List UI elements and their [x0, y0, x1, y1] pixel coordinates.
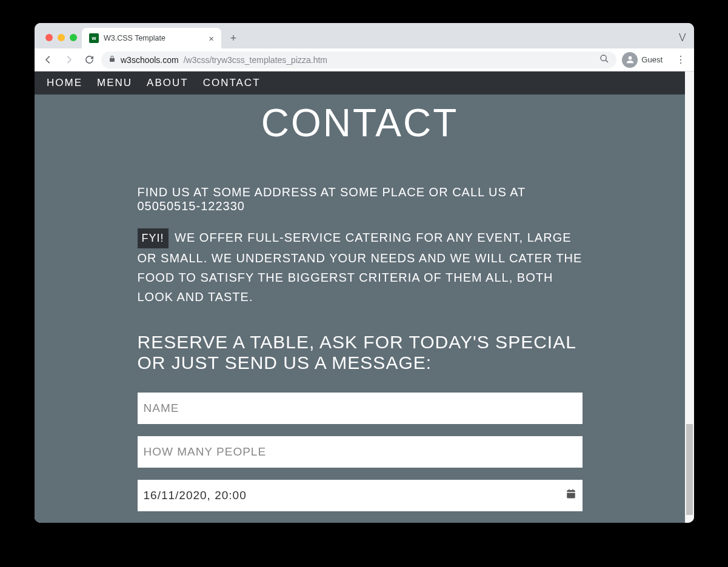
vertical-scrollbar[interactable]	[685, 71, 694, 523]
new-tab-button[interactable]: +	[225, 30, 242, 47]
tab-title: W3.CSS Template	[104, 34, 165, 42]
datetime-input[interactable]: 16/11/2020, 20:00	[138, 480, 583, 511]
browser-window: w W3.CSS Template × + ⋁ w3schools.com/w3…	[35, 23, 694, 523]
reload-button[interactable]	[81, 51, 98, 68]
close-tab-button[interactable]: ×	[209, 33, 214, 44]
nav-contact[interactable]: CONTACT	[196, 77, 268, 89]
url-input[interactable]: w3schools.com/w3css/tryw3css_templates_p…	[101, 51, 616, 68]
address-bar: w3schools.com/w3css/tryw3css_templates_p…	[35, 48, 694, 71]
lock-icon	[109, 55, 116, 64]
scrollbar-thumb[interactable]	[686, 424, 693, 515]
maximize-window-button[interactable]	[70, 34, 77, 41]
forward-button[interactable]	[60, 51, 77, 68]
datetime-value: 16/11/2020, 20:00	[144, 489, 247, 502]
page-content: Contact Find us at some address at some …	[35, 94, 685, 523]
favicon-icon: w	[89, 33, 99, 43]
zoom-icon[interactable]	[599, 54, 609, 65]
window-controls	[42, 34, 82, 48]
nav-home[interactable]: HOME	[39, 77, 90, 89]
page-title: Contact	[35, 101, 685, 145]
fyi-badge: FYI!	[138, 228, 169, 248]
profile-label: Guest	[641, 55, 663, 64]
calendar-icon	[566, 488, 576, 502]
browser-menu-button[interactable]: ⋮	[672, 51, 689, 68]
page-viewport: HOME MENU ABOUT CONTACT Contact Find us …	[35, 71, 694, 523]
url-path: /w3css/tryw3css_templates_pizza.htm	[184, 55, 327, 65]
browser-tab[interactable]: w W3.CSS Template ×	[82, 28, 221, 48]
fyi-paragraph: FYI! We offer full-service catering for …	[138, 228, 583, 307]
contact-info-text: Find us at some address at some place or…	[138, 185, 583, 213]
url-host: w3schools.com	[121, 55, 179, 65]
svg-point-0	[601, 55, 606, 61]
svg-line-1	[606, 60, 608, 62]
people-input[interactable]	[138, 436, 583, 468]
back-button[interactable]	[39, 51, 56, 68]
name-input[interactable]	[138, 393, 583, 424]
close-window-button[interactable]	[45, 34, 53, 41]
site-nav: HOME MENU ABOUT CONTACT	[35, 71, 685, 94]
tabs-dropdown-button[interactable]: ⋁	[679, 31, 686, 41]
tab-strip: w W3.CSS Template × + ⋁	[35, 23, 694, 48]
nav-about[interactable]: ABOUT	[139, 77, 196, 89]
reserve-heading: Reserve a table, ask for today's special…	[138, 332, 583, 373]
minimize-window-button[interactable]	[58, 34, 65, 41]
contact-form: 16/11/2020, 20:00 SEND MESSAGE	[138, 393, 583, 523]
avatar-icon	[622, 52, 638, 68]
nav-menu[interactable]: MENU	[90, 77, 139, 89]
profile-button[interactable]: Guest	[620, 51, 669, 69]
fyi-text: We offer full-service catering for any e…	[138, 231, 583, 303]
